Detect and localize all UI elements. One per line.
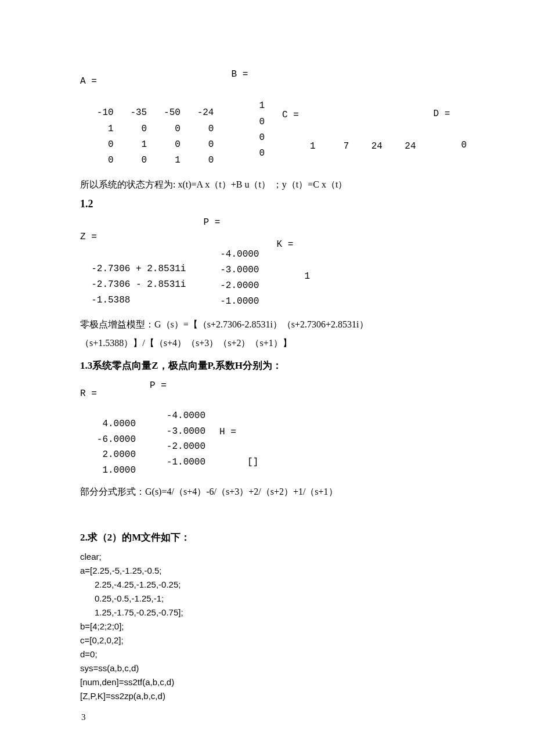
matrix-P2: P = -4.0000 -3.0000 -2.0000 -1.0000 <box>150 378 205 470</box>
matrix-C-label: C = <box>282 110 299 120</box>
matrix-A-label: A = <box>80 76 97 87</box>
matrix-K-rows: 1 <box>276 271 310 282</box>
matrix-A: A = -10 -35 -50 -24 1 0 0 0 0 1 0 0 0 0 … <box>80 74 214 168</box>
matrix-H-label: H = <box>219 427 236 437</box>
matrix-K: K = 1 <box>276 237 310 285</box>
matrix-P: P = -4.0000 -3.0000 -2.0000 -1.0000 <box>203 215 259 309</box>
matrix-B: B = 1 0 0 0 <box>231 67 265 161</box>
matrix-C-rows: 1 7 24 24 <box>282 141 416 152</box>
heading-1-2: 1.2 <box>80 198 459 210</box>
matrix-C: C = 1 7 24 24 <box>282 107 416 155</box>
zpk-model-line1: 零极点增益模型：G（s）=【（s+2.7306-2.8531i）（s+2.730… <box>80 316 459 332</box>
partial-fraction-paragraph: 部分分式形式：G(s)=4/（s+4）-6/（s+3）+2/（s+2）+1/（s… <box>80 484 459 499</box>
matrix-B-label: B = <box>231 69 248 80</box>
heading-2-number: 2 <box>80 532 85 543</box>
matrix-P-label: P = <box>203 217 220 228</box>
matrix-Z-rows: -2.7306 + 2.8531i -2.7306 - 2.8531i -1.5… <box>80 264 186 305</box>
matrix-R: R = 4.0000 -6.0000 2.0000 1.0000 <box>80 386 136 478</box>
matrix-block-abcd: A = -10 -35 -50 -24 1 0 0 0 0 1 0 0 0 0 … <box>80 67 459 168</box>
matrix-block-zpk: Z = -2.7306 + 2.8531i -2.7306 - 2.8531i … <box>80 215 459 309</box>
matlab-code-block: clear; a=[2.25,-5,-1.25,-0.5; 2.25,-4.25… <box>80 550 459 703</box>
matrix-R-label: R = <box>80 388 97 399</box>
matrix-A-rows: -10 -35 -50 -24 1 0 0 0 0 1 0 0 0 0 1 0 <box>80 107 214 165</box>
matrix-Z-label: Z = <box>80 232 97 242</box>
matrix-K-label: K = <box>276 239 293 250</box>
heading-1-3: 1.3系统零点向量Z，极点向量P,系数H分别为： <box>80 358 459 375</box>
document-page: A = -10 -35 -50 -24 1 0 0 0 0 1 0 0 0 0 … <box>0 0 534 756</box>
matrix-H-rows: [] <box>219 457 258 467</box>
matrix-block-rph: R = 4.0000 -6.0000 2.0000 1.0000 P = -4.… <box>80 378 459 478</box>
matrix-P-rows: -4.0000 -3.0000 -2.0000 -1.0000 <box>203 249 259 307</box>
matrix-P2-label: P = <box>150 380 167 391</box>
heading-1-3-text: 系统零点向量Z，极点向量P,系数H分别为： <box>92 360 282 371</box>
matrix-H: H = [] <box>219 424 258 470</box>
matrix-P2-rows: -4.0000 -3.0000 -2.0000 -1.0000 <box>150 411 205 467</box>
matrix-B-rows: 1 0 0 0 <box>231 100 265 159</box>
matrix-D-label: D = <box>433 109 450 119</box>
heading-1-3-number: 1.3 <box>80 360 92 371</box>
heading-2-text: .求（2）的M文件如下： <box>85 532 191 543</box>
zpk-model-line2: （s+1.5388）】/【（s+4）（s+3）（s+2）（s+1）】 <box>80 335 459 351</box>
matrix-D-rows: 0 <box>433 140 467 150</box>
state-equation-paragraph: 所以系统的状态方程为: x(t)=A x（t）+B u（t） ；y（t）=C x… <box>80 177 459 192</box>
matrix-Z: Z = -2.7306 + 2.8531i -2.7306 - 2.8531i … <box>80 229 186 308</box>
heading-2: 2.求（2）的M文件如下： <box>80 530 459 546</box>
spacer <box>80 502 459 523</box>
matrix-D: D = 0 <box>433 106 467 154</box>
page-number: 3 <box>81 712 86 722</box>
matrix-R-rows: 4.0000 -6.0000 2.0000 1.0000 <box>80 419 136 475</box>
